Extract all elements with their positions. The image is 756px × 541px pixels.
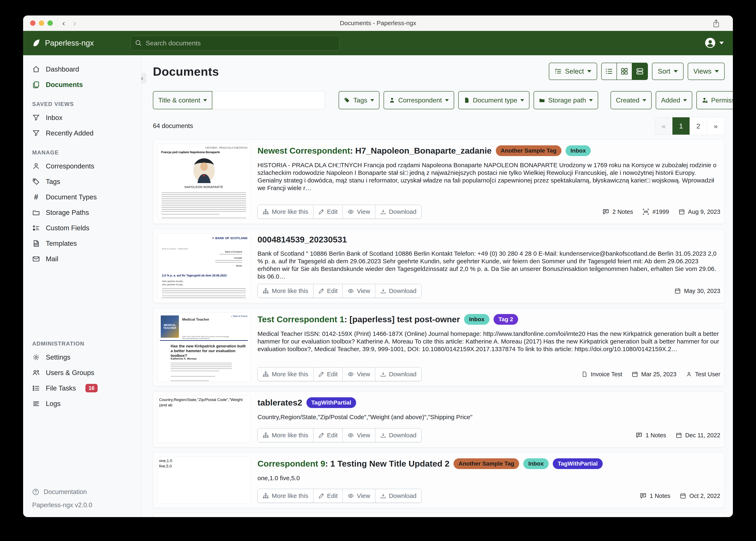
notes-indicator[interactable]: 2 Notes	[602, 209, 633, 215]
document-thumbnail[interactable]: one,1.0five,5.0	[157, 457, 250, 504]
notes-indicator[interactable]: 1 Notes	[636, 432, 666, 439]
download-button[interactable]: Download	[375, 489, 421, 503]
chevron-down-icon	[587, 70, 591, 73]
document-card[interactable]: Country,Region/State,"Zip/Postal Code","…	[153, 391, 725, 447]
pagination-page-2[interactable]: 2	[690, 117, 707, 135]
sidebar-item-correspondents[interactable]: Correspondents	[23, 158, 141, 174]
correspondent-link[interactable]: Correspondent 9	[258, 459, 325, 468]
filter-field-button[interactable]: Title & content	[153, 91, 212, 109]
detail-view-button[interactable]	[632, 63, 647, 80]
sidebar-item-users-groups[interactable]: Users & Groups	[23, 365, 141, 380]
more-like-this-button[interactable]: More like this	[258, 428, 313, 442]
tag-pill[interactable]: TagWithPartial	[553, 458, 603, 469]
document-card[interactable]: MEDICAL TEACHER Medical Teacher ◒ Taylor…	[153, 308, 725, 386]
document-type-filter-button[interactable]: Document type	[458, 91, 529, 109]
brand[interactable]: Paperless-ngx	[32, 39, 94, 48]
edit-button[interactable]: Edit	[313, 367, 343, 381]
sidebar-item-logs[interactable]: Logs	[23, 396, 141, 411]
download-button[interactable]: Download	[375, 428, 421, 442]
sidebar-item-document-types[interactable]: # Document Types	[23, 189, 141, 205]
tag-pill[interactable]: Inbox	[566, 145, 591, 156]
edit-button[interactable]: Edit	[313, 284, 343, 298]
tag-pill[interactable]: Inbox	[523, 458, 549, 469]
search-input[interactable]	[145, 39, 335, 47]
document-title[interactable]: Newest Correspondent: H7_Napoleon_Bonapa…	[258, 146, 492, 156]
edit-button[interactable]: Edit	[313, 489, 343, 503]
diagram-icon	[263, 493, 269, 499]
document-thumbnail[interactable]: HISTORIA - PRACA DLA CHĘTNYCH Francja po…	[157, 144, 250, 220]
tag-icon	[32, 178, 40, 185]
correspondent-filter-button[interactable]: Correspondent	[384, 91, 454, 109]
permissions-filter-button[interactable]: Permissions	[696, 91, 733, 109]
sidebar-item-recently-added[interactable]: Recently Added	[23, 125, 141, 141]
added-filter-button[interactable]: Added	[656, 91, 692, 109]
download-button[interactable]: Download	[375, 205, 421, 219]
document-card[interactable]: ✳ BANK OF SCOTLAND Bank of Scotland · 10…	[153, 229, 725, 303]
thumb-text: Country,Region/State,"Zip/Postal Code","…	[157, 396, 250, 409]
correspondent-link[interactable]: Newest Correspondent	[258, 146, 350, 156]
sidebar-item-storage-paths[interactable]: Storage Paths	[23, 205, 141, 220]
documentation-link[interactable]: Documentation	[32, 485, 141, 499]
created-filter-button[interactable]: Created	[611, 91, 652, 109]
sidebar-item-custom-fields[interactable]: Custom Fields	[23, 220, 141, 236]
thumb-text: HISTORIA - PRACA DLA CHĘTNYCH	[206, 146, 247, 149]
document-title[interactable]: Correspondent 9: 1 Testing New Title Upd…	[258, 459, 449, 469]
tag-pill[interactable]: Another Sample Tag	[454, 458, 519, 469]
more-like-this-button[interactable]: More like this	[258, 489, 313, 503]
document-title[interactable]: Test Correspondent 1: [paperless] test p…	[258, 314, 460, 324]
tag-pill[interactable]: Tag 2	[494, 314, 518, 325]
sidebar-item-templates[interactable]: Templates	[23, 236, 141, 251]
download-button[interactable]: Download	[375, 284, 421, 298]
document-type-indicator[interactable]: Invoice Test	[582, 371, 622, 378]
sort-button[interactable]: Sort	[652, 63, 684, 80]
notes-indicator[interactable]: 1 Notes	[640, 493, 670, 499]
document-card[interactable]: HISTORIA - PRACA DLA CHĘTNYCH Francja po…	[153, 139, 725, 224]
more-like-this-button[interactable]: More like this	[258, 367, 313, 381]
title-content-input[interactable]	[212, 91, 325, 109]
global-search[interactable]	[131, 36, 339, 50]
tags-filter-button[interactable]: Tags	[339, 91, 379, 109]
document-title[interactable]: 0004814539_20230531	[258, 235, 347, 245]
edit-button[interactable]: Edit	[313, 205, 343, 219]
pagination-first[interactable]: «	[655, 117, 672, 135]
document-thumbnail[interactable]: MEDICAL TEACHER Medical Teacher ◒ Taylor…	[157, 312, 250, 382]
view-button[interactable]: View	[343, 428, 375, 442]
document-thumbnail[interactable]: ✳ BANK OF SCOTLAND Bank of Scotland · 10…	[157, 233, 250, 299]
download-button[interactable]: Download	[375, 367, 421, 381]
user-menu[interactable]	[704, 37, 724, 49]
download-label: Download	[389, 371, 416, 378]
view-button[interactable]: View	[343, 284, 375, 298]
share-icon[interactable]	[712, 19, 720, 28]
sidebar-item-inbox[interactable]: Inbox	[23, 110, 141, 125]
sidebar-item-tags[interactable]: Tags	[23, 174, 141, 189]
select-button[interactable]: Select	[549, 63, 597, 80]
sidebar-item-settings[interactable]: Settings	[23, 349, 141, 365]
sidebar-item-label: Templates	[46, 240, 77, 248]
sidebar-item-documents[interactable]: Documents	[23, 77, 141, 92]
list-view-button[interactable]	[602, 63, 617, 80]
more-like-this-button[interactable]: More like this	[258, 205, 313, 219]
document-thumbnail[interactable]: Country,Region/State,"Zip/Postal Code","…	[157, 396, 250, 443]
pagination-last[interactable]: »	[707, 117, 724, 135]
tag-pill[interactable]: TagWithPartial	[306, 397, 356, 408]
sidebar-item-file-tasks[interactable]: File Tasks 16	[23, 380, 141, 396]
grid-view-button[interactable]	[617, 63, 632, 80]
tag-pill[interactable]: Another Sample Tag	[496, 145, 561, 156]
views-button[interactable]: Views	[688, 63, 725, 80]
view-button[interactable]: View	[343, 367, 375, 381]
document-card[interactable]: Serial Number,Company Name,Employee Mark…	[153, 513, 725, 517]
sidebar-collapse-button[interactable]: «	[141, 73, 146, 83]
more-like-this-button[interactable]: More like this	[258, 284, 313, 298]
correspondent-link[interactable]: Test Correspondent 1	[258, 314, 344, 324]
storage-path-filter-button[interactable]: Storage path	[534, 91, 598, 109]
view-button[interactable]: View	[343, 205, 375, 219]
people-icon	[32, 369, 40, 376]
document-card[interactable]: one,1.0five,5.0 Correspondent 9: 1 Testi…	[153, 452, 725, 508]
document-title[interactable]: tablerates2	[258, 398, 302, 408]
edit-button[interactable]: Edit	[313, 428, 343, 442]
view-button[interactable]: View	[343, 489, 375, 503]
pagination-page-1[interactable]: 1	[672, 117, 690, 135]
sidebar-item-mail[interactable]: Mail	[23, 251, 141, 267]
tag-pill[interactable]: Inbox	[464, 314, 489, 325]
sidebar-item-dashboard[interactable]: Dashboard	[23, 61, 141, 77]
